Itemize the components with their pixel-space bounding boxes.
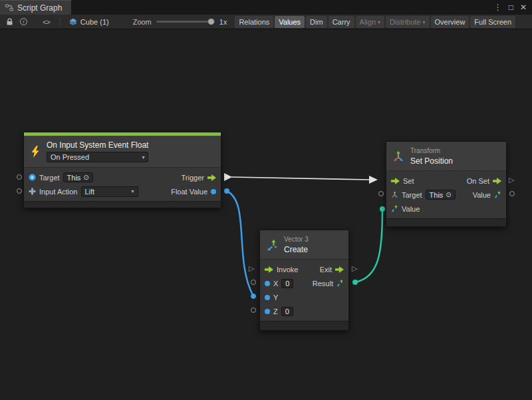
graph-toolbar: i <> Cube (1) Zoom 1x Relations Values D… (0, 15, 532, 29)
event-target-object-field[interactable]: This ⊙ (63, 172, 93, 182)
transform-target-object-field[interactable]: This ⊙ (426, 190, 456, 200)
info-icon[interactable]: i (20, 18, 27, 25)
flow-arrow-icon[interactable] (207, 174, 216, 181)
vector3-node-header[interactable]: Vector 3 Create (260, 230, 348, 260)
vector3-x-input-port[interactable] (251, 280, 256, 285)
event-inputaction-input-port[interactable] (17, 188, 22, 194)
align-button[interactable]: Align ▾ (356, 16, 384, 28)
object-picker-icon[interactable]: ⊙ (446, 191, 451, 198)
close-icon[interactable]: ✕ (520, 3, 527, 11)
float-value-label: Float Value (171, 188, 207, 196)
zoom-slider[interactable] (156, 21, 215, 23)
chevron-down-icon: ▾ (423, 19, 426, 25)
value-in-label: Value (402, 205, 420, 213)
event-mode-value: On Pressed (51, 153, 89, 161)
float-value-dot-icon[interactable] (211, 189, 216, 194)
z-port-dot-icon[interactable] (265, 309, 270, 314)
vector-port-icon[interactable] (336, 280, 344, 287)
zoom-value: 1x (219, 18, 227, 26)
graph-target-button[interactable]: Cube (1) (69, 18, 109, 26)
distribute-button-label: Distribute (390, 18, 420, 26)
window-controls: ⋮ □ ✕ (494, 0, 532, 15)
transform-node-header[interactable]: Transform Set Position (386, 142, 506, 171)
y-port-dot-icon[interactable] (265, 295, 270, 300)
full-screen-button[interactable]: Full Screen (470, 16, 515, 28)
node-on-input-system-event-float[interactable]: On Input System Event Float On Pressed ▾… (23, 132, 221, 208)
z-value-field[interactable]: 0 (281, 307, 293, 316)
value-out-label: Value (473, 191, 491, 199)
invoke-label: Invoke (277, 266, 298, 274)
port-row-value-in: Value (386, 202, 506, 216)
graph-canvas[interactable]: On Input System Event Float On Pressed ▾… (0, 29, 532, 400)
input-action-label: Input Action (39, 188, 78, 196)
zoom-slider-knob[interactable] (208, 19, 214, 25)
vector3-node-title: Create (284, 245, 309, 254)
transform-onset-output-port[interactable]: ▷ (509, 176, 514, 184)
set-label: Set (403, 177, 414, 185)
vector-port-icon[interactable] (391, 205, 398, 212)
transform-icon (392, 150, 404, 162)
event-node-title: On Input System Event Float (47, 140, 148, 150)
x-label: X (273, 280, 278, 288)
vector3-invoke-input-port[interactable]: ▷ (249, 265, 254, 272)
toolbar-separator (60, 17, 61, 26)
trigger-label: Trigger (182, 174, 204, 182)
vector-port-icon[interactable] (494, 191, 501, 198)
event-target-input-port[interactable] (17, 174, 22, 180)
flow-arrow-icon[interactable] (265, 266, 273, 273)
tab-script-graph[interactable]: Script Graph (0, 0, 71, 15)
node-transform-set-position[interactable]: Transform Set Position Set On Set (386, 141, 507, 227)
menu-icon[interactable]: ⋮ (494, 3, 502, 11)
event-node-footer (24, 201, 221, 208)
port-row-invoke-exit: Invoke Exit (260, 262, 348, 276)
port-row-set-onset: Set On Set (386, 174, 506, 188)
x-port-dot-icon[interactable] (265, 281, 270, 286)
vector3-icon (266, 239, 278, 251)
event-node-header[interactable]: On Input System Event Float On Pressed ▾ (24, 136, 221, 168)
maximize-icon[interactable]: □ (509, 3, 513, 11)
flow-arrow-icon[interactable] (493, 178, 501, 184)
node-vector3-create[interactable]: Vector 3 Create Invoke Exit (259, 230, 349, 331)
transform-target-value: This (430, 191, 444, 199)
transform-target-label: Target (402, 191, 422, 199)
flow-arrow-icon[interactable] (391, 178, 400, 184)
code-icon[interactable]: <> (43, 18, 50, 26)
vector3-y-input-port[interactable] (251, 294, 256, 299)
tab-title: Script Graph (17, 3, 62, 13)
relations-button[interactable]: Relations (235, 16, 273, 28)
input-action-icon (29, 188, 36, 195)
distribute-button[interactable]: Distribute ▾ (386, 16, 429, 28)
vector3-ports: Invoke Exit X 0 (260, 260, 348, 321)
vector3-z-input-port[interactable] (251, 307, 256, 313)
port-row-y: Y (260, 290, 348, 304)
transform-ports: Set On Set (386, 171, 506, 218)
port-row-z: Z 0 (260, 304, 348, 318)
toolbar-buttons: Relations Values Dim Carry Align ▾ Distr… (235, 16, 515, 28)
y-label: Y (273, 294, 278, 301)
overview-button[interactable]: Overview (431, 16, 469, 28)
x-value-field[interactable]: 0 (281, 279, 293, 288)
vector3-node-subtitle: Vector 3 (284, 236, 309, 243)
event-target-value: This (67, 174, 81, 182)
carry-button[interactable]: Carry (329, 16, 354, 28)
event-target-label: Target (39, 174, 60, 182)
transform-target-input-port[interactable] (378, 191, 384, 196)
dim-button[interactable]: Dim (306, 16, 327, 28)
wire-trigger-to-set (231, 177, 370, 180)
port-row-target-trigger: Target This ⊙ Trigger (24, 170, 221, 184)
chevron-down-icon: ▾ (378, 19, 380, 25)
flow-arrow-icon[interactable] (335, 266, 344, 273)
input-action-dropdown[interactable]: Lift ▾ (81, 186, 138, 197)
event-mode-dropdown[interactable]: On Pressed ▾ (47, 152, 148, 162)
object-picker-icon[interactable]: ⊙ (83, 174, 88, 181)
vector3-exit-output-port[interactable]: ▷ (352, 265, 357, 272)
graph-target-label: Cube (1) (80, 18, 109, 26)
on-set-label: On Set (467, 177, 489, 185)
wire-arrowhead (369, 176, 378, 184)
values-button[interactable]: Values (275, 16, 305, 28)
event-ports: Target This ⊙ Trigger (24, 168, 221, 201)
lock-icon[interactable] (6, 18, 13, 26)
transform-value-output-port[interactable] (509, 191, 515, 196)
script-graph-window: Script Graph ⋮ □ ✕ i <> Cube (1) Zoom 1x… (0, 0, 532, 400)
port-row-target-value: Target This ⊙ Value (386, 188, 506, 202)
